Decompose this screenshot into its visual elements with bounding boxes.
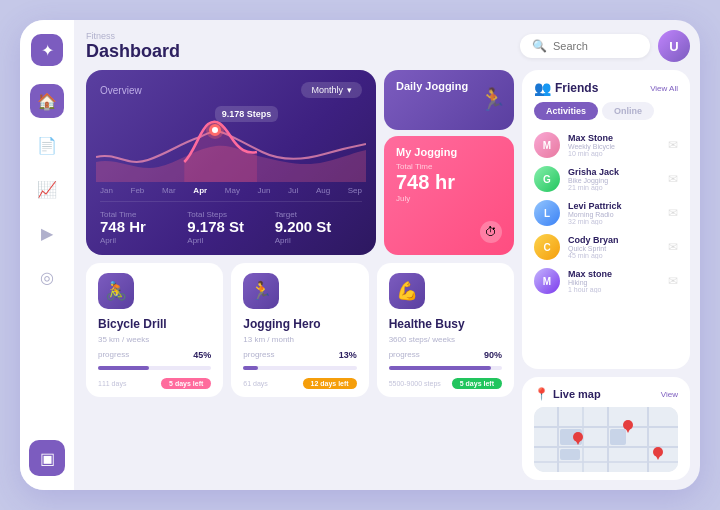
jogging-footer-left: 61 days: [243, 380, 268, 387]
grid-icon: ▣: [40, 449, 55, 468]
friend-avatar-4: M: [534, 268, 560, 294]
tab-online[interactable]: Online: [602, 102, 654, 120]
friend-item: C Cody Bryan Quick Sprint 45 min ago ✉: [534, 230, 678, 264]
sidebar: ✦ 🏠 📄 📈 ▶ ◎ ▣: [20, 20, 74, 490]
bicycle-drill-icon: 🚴: [98, 273, 134, 309]
logo-icon: ✦: [41, 41, 54, 60]
friend-info-2: Levi Pattrick Morning Radio 32 min ago: [568, 201, 660, 225]
message-icon-2[interactable]: ✉: [668, 206, 678, 220]
healthe-footer-left: 5500-9000 steps: [389, 380, 441, 387]
header-title-group: Fitness Dashboard: [86, 31, 512, 62]
month-jan: Jan: [100, 186, 113, 195]
sidebar-item-play[interactable]: ▶: [30, 216, 64, 250]
friend-item: L Levi Pattrick Morning Radio 32 min ago…: [534, 196, 678, 230]
bicycle-badge: 5 days left: [161, 378, 211, 389]
content-row: Overview Monthly ▾: [86, 70, 690, 480]
jogging-progress-bar-fill: [243, 366, 258, 370]
message-icon-1[interactable]: ✉: [668, 172, 678, 186]
healthe-progress-label: progress: [389, 350, 420, 359]
month-mar: Mar: [162, 186, 176, 195]
healthe-progress-pct: 90%: [484, 350, 502, 360]
live-map-panel: 📍 Live map View: [522, 377, 690, 480]
friend-info-3: Cody Bryan Quick Sprint 45 min ago: [568, 235, 660, 259]
sidebar-logo: ✦: [31, 34, 63, 66]
month-may: May: [225, 186, 240, 195]
page-title: Dashboard: [86, 41, 512, 62]
breadcrumb: Fitness: [86, 31, 512, 41]
month-feb: Feb: [131, 186, 145, 195]
stat-target: Target 9.200 St April: [275, 210, 362, 245]
jogging-icon: 🏃: [479, 87, 506, 113]
jogging-hero-icon: 🏃: [243, 273, 279, 309]
stat-total-time: Total Time 748 Hr April: [100, 210, 187, 245]
friends-icon: 👥: [534, 80, 551, 96]
tab-activities[interactable]: Activities: [534, 102, 598, 120]
chevron-down-icon: ▾: [347, 85, 352, 95]
bicycle-footer-left: 111 days: [98, 380, 126, 387]
healthe-busy-icon: 💪: [389, 273, 425, 309]
bicycle-drill-card: 🚴 Bicycle Drill 35 km / weeks progress 4…: [86, 263, 223, 397]
friend-avatar-2: L: [534, 200, 560, 226]
sidebar-bottom-btn[interactable]: ▣: [29, 440, 65, 476]
bicycle-drill-stat: 35 km / weeks: [98, 335, 211, 344]
sidebar-item-chart[interactable]: 📈: [30, 172, 64, 206]
month-sep: Sep: [348, 186, 362, 195]
bicycle-drill-name: Bicycle Drill: [98, 317, 211, 331]
bicycle-progress-pct: 45%: [193, 350, 211, 360]
search-icon: 🔍: [532, 39, 547, 53]
jogging-progress-pct: 13%: [339, 350, 357, 360]
bicycle-progress-bar-bg: [98, 366, 211, 370]
sidebar-item-msg[interactable]: ◎: [30, 260, 64, 294]
friend-info-1: Grisha Jack Bike Jogging 21 min ago: [568, 167, 660, 191]
friend-avatar-3: C: [534, 234, 560, 260]
monthly-button[interactable]: Monthly ▾: [301, 82, 362, 98]
map-area: [534, 407, 678, 472]
message-icon-0[interactable]: ✉: [668, 138, 678, 152]
search-input[interactable]: [553, 40, 633, 52]
sidebar-item-home[interactable]: 🏠: [30, 84, 64, 118]
healthe-progress-bar-bg: [389, 366, 502, 370]
avatar: U: [658, 30, 690, 62]
friend-item: M Max Stone Weekly Bicycle 10 min ago ✉: [534, 128, 678, 162]
bottom-cards: 🚴 Bicycle Drill 35 km / weeks progress 4…: [86, 263, 514, 397]
friend-info-4: Max stone Hiking 1 hour ago: [568, 269, 660, 293]
stats-row: Total Time 748 Hr April Total Steps 9.17…: [100, 201, 362, 245]
friend-avatar-0: M: [534, 132, 560, 158]
months-row: Jan Feb Mar Apr May Jun Jul Aug Sep: [100, 186, 362, 195]
month-jun: Jun: [258, 186, 271, 195]
jogging-progress-label: progress: [243, 350, 274, 359]
activity-cards: Daily Jogging 🏃 My Jogging Total Time 74…: [384, 70, 514, 255]
overview-label: Overview: [100, 85, 142, 96]
jogging-progress-bar-bg: [243, 366, 356, 370]
daily-jogging-card[interactable]: Daily Jogging 🏃: [384, 70, 514, 130]
main-content: Fitness Dashboard 🔍 U Overview: [74, 20, 700, 490]
search-bar[interactable]: 🔍: [520, 34, 650, 58]
healthe-busy-card: 💪 Healthe Busy 3600 steps/ weeks progres…: [377, 263, 514, 397]
live-map-view-button[interactable]: View: [661, 390, 678, 399]
stat-total-steps: Total Steps 9.178 St April: [187, 210, 274, 245]
month-aug: Aug: [316, 186, 330, 195]
bicycle-progress-label: progress: [98, 350, 129, 359]
healthe-busy-name: Healthe Busy: [389, 317, 502, 331]
healthe-progress-bar-fill: [389, 366, 491, 370]
my-jogging-card[interactable]: My Jogging Total Time 748 hr July ⏱: [384, 136, 514, 255]
friend-avatar-1: G: [534, 166, 560, 192]
friend-item: G Grisha Jack Bike Jogging 21 min ago ✉: [534, 162, 678, 196]
svg-rect-10: [560, 449, 580, 460]
bicycle-progress-bar-fill: [98, 366, 149, 370]
friends-view-all[interactable]: View All: [650, 84, 678, 93]
map-pin-icon: 📍: [534, 387, 549, 401]
friends-panel: 👥 Friends View All Activities Online M M…: [522, 70, 690, 369]
message-icon-3[interactable]: ✉: [668, 240, 678, 254]
friend-item: M Max stone Hiking 1 hour ago ✉: [534, 264, 678, 298]
jogging-hero-card: 🏃 Jogging Hero 13 km / month progress 13…: [231, 263, 368, 397]
jogging-badge: 12 days left: [303, 378, 357, 389]
header: Fitness Dashboard 🔍 U: [86, 30, 690, 62]
live-map-title: Live map: [553, 388, 601, 400]
chart-area: 9.178 Steps: [96, 102, 366, 182]
month-apr: Apr: [193, 186, 207, 195]
sidebar-item-doc[interactable]: 📄: [30, 128, 64, 162]
right-column: 👥 Friends View All Activities Online M M…: [522, 70, 690, 480]
jogging-hero-stat: 13 km / month: [243, 335, 356, 344]
message-icon-4[interactable]: ✉: [668, 274, 678, 288]
